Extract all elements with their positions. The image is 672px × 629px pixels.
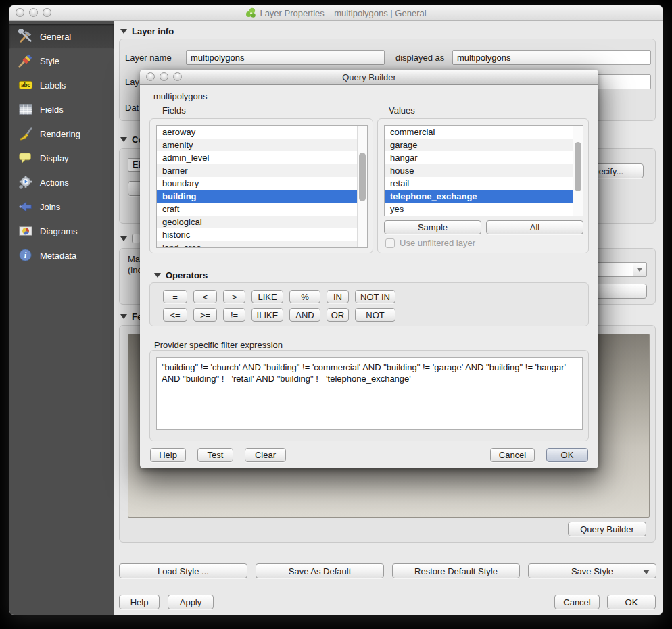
svg-text:i: i [24,251,27,260]
value-row[interactable]: garage [385,139,573,151]
sidebar-item-label: Display [40,153,69,163]
filter-expression-input[interactable]: "building" != 'church' AND "building" !=… [156,357,583,430]
displayed-as-label: displayed as [395,53,444,63]
sidebar-item-rendering[interactable]: Rendering [9,122,114,146]
field-row[interactable]: geological [157,216,357,228]
value-row[interactable]: retail [385,177,573,190]
fields-scrollbar [357,126,367,247]
fields-icon [18,101,34,118]
sidebar-item-metadata[interactable]: i Metadata [9,243,114,268]
metadata-icon: i [18,247,34,263]
value-row[interactable]: hangar [385,151,573,164]
field-row[interactable]: craft [157,203,357,216]
save-as-default-button[interactable]: Save As Default [256,563,384,578]
query-builder-button[interactable]: Query Builder [568,522,646,536]
field-row-selected[interactable]: building [157,190,357,203]
field-row[interactable]: barrier [157,164,357,177]
operator-lt-button[interactable]: < [193,290,217,303]
displayed-as-input[interactable] [452,50,651,65]
value-row[interactable]: house [385,164,573,177]
operator-like-button[interactable]: LIKE [251,290,283,303]
sidebar-item-style[interactable]: Style [9,49,114,73]
apply-button[interactable]: Apply [168,595,214,609]
features-header: Fe [120,311,142,322]
value-row-selected[interactable]: telephone_exchange [385,190,573,203]
operator-le-button[interactable]: <= [163,308,187,322]
help-button[interactable]: Help [119,595,160,609]
general-icon [18,28,34,45]
dialog-titlebar: Query Builder [140,70,598,85]
layer-name-input[interactable] [186,50,385,65]
scale-visibility-header [120,234,141,243]
all-button[interactable]: All [486,220,583,234]
operator-in-button[interactable]: IN [327,290,349,303]
field-row[interactable]: historic [157,228,357,241]
operator-not-in-button[interactable]: NOT IN [355,290,395,303]
sample-button[interactable]: Sample [384,220,481,234]
operator-gt-button[interactable]: > [223,290,245,303]
collapse-triangle-icon[interactable] [120,29,127,34]
dialog-clear-button[interactable]: Clear [245,448,286,462]
save-style-dropdown-button[interactable]: Save Style [528,563,656,578]
chevron-down-icon[interactable] [633,263,646,276]
sidebar-item-label: Labels [40,80,66,91]
restore-default-style-button[interactable]: Restore Default Style [392,563,520,578]
values-list: commercial garage hangar house retail te… [384,125,583,216]
operator-ilike-button[interactable]: ILIKE [251,308,283,322]
svg-text:abc: abc [21,82,31,89]
operator-eq-button[interactable]: = [163,290,187,303]
operator-percent-button[interactable]: % [289,290,320,303]
dialog-cancel-button[interactable]: Cancel [490,448,535,462]
actions-icon [18,174,34,191]
sidebar-item-label: Style [40,56,59,66]
load-style-button[interactable]: Load Style ... [119,563,247,578]
sidebar-item-fields[interactable]: Fields [9,97,114,122]
sidebar-item-display[interactable]: Display [9,146,114,170]
sidebar-item-joins[interactable]: Joins [9,195,114,219]
use-unfiltered-checkbox[interactable] [385,238,395,248]
dialog-title: Query Builder [342,72,395,82]
sidebar-item-label: Metadata [40,251,76,261]
dialog-ok-button[interactable]: OK [546,448,588,462]
collapse-triangle-icon[interactable] [154,273,161,278]
ok-button[interactable]: OK [607,595,656,609]
sidebar-item-general[interactable]: General [9,24,114,49]
fields-scrollbar-thumb[interactable] [359,153,366,201]
layer-info-header: Layer info [120,26,174,36]
values-scrollbar [573,126,583,216]
layer-source-label: Lay [125,77,139,87]
value-row[interactable]: commercial [385,126,573,139]
values-scrollbar-thumb[interactable] [575,142,581,191]
operators-header: Operators [154,270,208,280]
operator-or-button[interactable]: OR [327,308,349,322]
operator-ge-button[interactable]: >= [193,308,217,322]
labels-icon: abc [18,77,34,93]
main-titlebar: Layer Properties – multipolygons | Gener… [9,5,663,21]
field-row[interactable]: boundary [157,177,357,190]
collapse-triangle-icon[interactable] [120,137,127,142]
operator-and-button[interactable]: AND [289,308,320,322]
sidebar-item-diagrams[interactable]: Diagrams [9,219,114,243]
rendering-icon [18,126,34,142]
collapse-triangle-icon[interactable] [120,314,127,319]
operator-not-button[interactable]: NOT [355,308,395,322]
filter-expression-panel: "building" != 'church' AND "building" !=… [149,350,589,441]
dialog-help-button[interactable]: Help [150,448,186,462]
operators-panel: = < > LIKE % IN NOT IN <= >= != ILIKE AN… [149,282,589,326]
field-row[interactable]: amenity [157,139,357,151]
sidebar-item-actions[interactable]: Actions [9,170,114,195]
filter-expression-label: Provider specific filter expression [154,340,283,350]
diagrams-icon [18,223,34,239]
field-row[interactable]: aeroway [157,126,357,139]
fields-list: aeroway amenity admin_level barrier boun… [156,125,368,248]
dialog-test-button[interactable]: Test [197,448,233,462]
collapse-triangle-icon[interactable] [120,236,127,241]
sidebar-item-label: Fields [40,105,64,115]
field-row[interactable]: admin_level [157,151,357,164]
field-row[interactable]: land_area [157,241,357,248]
sidebar-item-labels[interactable]: abc Labels [9,73,114,97]
layer-name-label: Layer name [125,53,172,63]
cancel-button[interactable]: Cancel [554,595,600,609]
value-row[interactable]: yes [385,203,573,216]
operator-ne-button[interactable]: != [223,308,245,322]
